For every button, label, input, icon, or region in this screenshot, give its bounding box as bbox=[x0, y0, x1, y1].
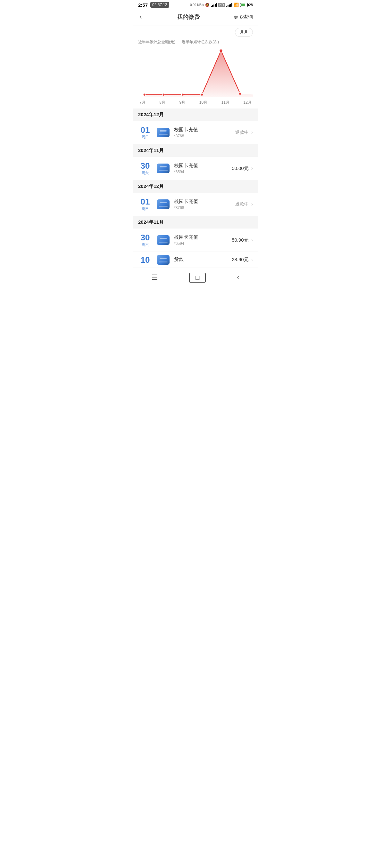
bottom-nav: ☰ □ ‹ bbox=[133, 268, 258, 289]
month-label-2: 9月 bbox=[179, 100, 186, 105]
signal-bars bbox=[211, 3, 217, 7]
tx-info: 校园卡充值 *6594 bbox=[174, 163, 232, 174]
tx-amount: 50.00元 › bbox=[232, 165, 253, 172]
chart-section: 近半年累计总金额(元) 近半年累计总次数(次) 7月 8月 9 bbox=[133, 37, 258, 108]
status-right: 0.09 KB/s 🔕 HD 📶 28 bbox=[190, 3, 253, 7]
menu-button[interactable]: ☰ bbox=[145, 272, 164, 283]
tx-info: 货款 bbox=[174, 256, 232, 264]
back-button[interactable]: ‹ bbox=[138, 11, 143, 22]
section-header-2: 2024年12月 bbox=[133, 180, 258, 193]
chevron-right-icon: › bbox=[251, 237, 253, 243]
tx-amount: 退款中 › bbox=[235, 130, 253, 135]
more-query-button[interactable]: 更多查询 bbox=[234, 14, 253, 20]
speed-indicator: 0.09 KB/s bbox=[190, 3, 204, 7]
header: ‹ 我的缴费 更多查询 bbox=[133, 9, 258, 26]
month-label-4: 11月 bbox=[221, 100, 229, 105]
tab-bar: 月月 bbox=[133, 26, 258, 37]
home-button[interactable]: □ bbox=[189, 273, 206, 283]
transaction-item-3-1[interactable]: 10 货款 28.90元 › bbox=[133, 252, 258, 268]
svg-point-5 bbox=[239, 93, 241, 95]
section-header-3: 2024年11月 bbox=[133, 216, 258, 228]
tx-icon-wrap bbox=[156, 233, 170, 247]
svg-point-3 bbox=[201, 93, 203, 96]
chart-svg bbox=[138, 48, 253, 99]
svg-point-4 bbox=[220, 49, 223, 52]
card-icon bbox=[157, 199, 170, 209]
transaction-item-1-0[interactable]: 30 周六 校园卡充值 *6594 50.00元 › bbox=[133, 157, 258, 180]
tx-date: 30 周六 bbox=[138, 233, 152, 247]
tx-info: 校园卡充值 *6594 bbox=[174, 234, 232, 246]
card-icon bbox=[157, 128, 170, 137]
tx-amount: 28.90元 › bbox=[232, 257, 253, 263]
svg-point-1 bbox=[163, 93, 165, 96]
back-nav-button[interactable]: ‹ bbox=[230, 272, 246, 283]
tx-info: 校园卡充值 *8768 bbox=[174, 198, 235, 210]
card-icon bbox=[157, 255, 170, 265]
card-icon bbox=[157, 235, 170, 245]
month-tab-button[interactable]: 月月 bbox=[235, 28, 253, 37]
tx-date: 10 bbox=[138, 256, 152, 264]
chart-months: 7月 8月 9月 10月 11月 12月 bbox=[138, 100, 253, 105]
section-header-1: 2024年11月 bbox=[133, 144, 258, 157]
tx-date: 01 周日 bbox=[138, 126, 152, 140]
tx-icon-wrap bbox=[156, 161, 170, 176]
chevron-right-icon: › bbox=[251, 165, 253, 171]
transaction-item-2-0[interactable]: 01 周日 校园卡充值 *8768 退款中 › bbox=[133, 193, 258, 216]
tx-icon-wrap bbox=[156, 125, 170, 140]
tx-icon-wrap bbox=[156, 197, 170, 211]
tx-date: 01 周日 bbox=[138, 197, 152, 211]
status-clock-badge: 02:57:12 bbox=[150, 2, 169, 8]
month-label-1: 8月 bbox=[159, 100, 165, 105]
month-label-5: 12月 bbox=[244, 100, 252, 105]
hd-badge: HD bbox=[218, 3, 225, 7]
chevron-right-icon: › bbox=[251, 130, 253, 135]
mute-icon: 🔕 bbox=[205, 3, 210, 7]
signal-bars-2 bbox=[226, 3, 232, 7]
svg-point-2 bbox=[181, 93, 184, 96]
chart-container bbox=[138, 48, 253, 99]
card-icon bbox=[157, 163, 170, 173]
svg-point-0 bbox=[143, 93, 146, 96]
month-label-3: 10月 bbox=[199, 100, 207, 105]
status-bar: 2:57 02:57:12 0.09 KB/s 🔕 HD 📶 28 bbox=[133, 0, 258, 9]
chevron-right-icon: › bbox=[251, 257, 253, 263]
chevron-right-icon: › bbox=[251, 201, 253, 207]
tx-info: 校园卡充值 *8768 bbox=[174, 127, 235, 138]
tx-amount: 50.90元 › bbox=[232, 237, 253, 243]
legend-count: 近半年累计总次数(次) bbox=[182, 39, 219, 45]
transaction-item-3-0[interactable]: 30 周六 校园卡充值 *6594 50.90元 › bbox=[133, 228, 258, 252]
legend-amount: 近半年累计总金额(元) bbox=[138, 39, 175, 45]
chart-legend: 近半年累计总金额(元) 近半年累计总次数(次) bbox=[138, 39, 253, 45]
tx-date: 30 周六 bbox=[138, 162, 152, 176]
battery-percent: 28 bbox=[249, 3, 253, 7]
month-label-0: 7月 bbox=[139, 100, 145, 105]
section-header-0: 2024年12月 bbox=[133, 108, 258, 121]
tx-amount: 退款中 › bbox=[235, 201, 253, 207]
transaction-item-0-0[interactable]: 01 周日 校园卡充值 *8768 退款中 › bbox=[133, 121, 258, 144]
battery-icon bbox=[240, 3, 248, 7]
transactions-list: 2024年12月 01 周日 校园卡充值 *8768 退款中 › 2024年11… bbox=[133, 108, 258, 268]
tx-icon-wrap bbox=[156, 253, 170, 267]
wifi-icon: 📶 bbox=[234, 3, 239, 7]
status-time: 2:57 bbox=[138, 2, 148, 8]
page-title: 我的缴费 bbox=[177, 13, 200, 21]
